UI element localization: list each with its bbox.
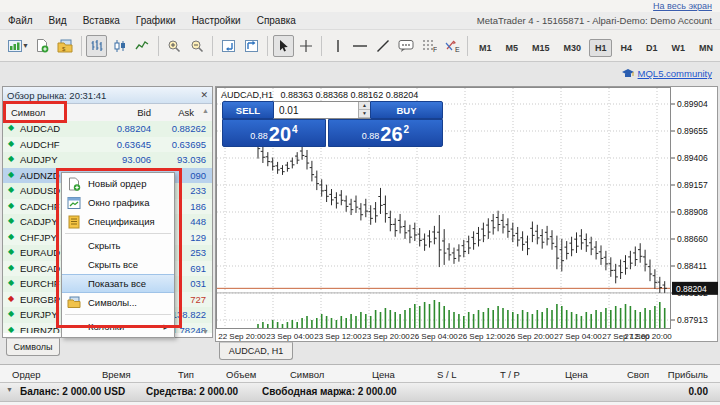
new-chart-icon[interactable]: ▼ [7,35,30,57]
timeframe-m15[interactable]: M15 [526,39,556,57]
up-diamond-icon: ◆ [8,248,14,256]
symbol-name: EURNZD [20,325,60,334]
crosshair-icon[interactable] [296,35,317,57]
symbol-name: EURAUD [20,247,60,258]
scroll-up-icon[interactable]: ▲ [202,107,209,114]
close-icon[interactable]: ✕ [200,91,208,100]
ask-value: 090 [190,170,206,181]
symbol-name: CADJPY [20,216,57,227]
zoom-out-icon[interactable] [187,35,208,57]
toolbar-separator [321,36,322,56]
timeframe-d1[interactable]: D1 [640,39,664,57]
shapes-icon[interactable]: E [441,35,462,57]
terminal-column-6: Цена [372,369,395,380]
profiles-icon[interactable]: $ [55,35,76,57]
market-watch-titlebar[interactable]: Обзор рынка: 20:31:41 ✕ [3,87,212,104]
menu-файл[interactable]: Файл [0,15,41,26]
ask-value: 129 [190,232,206,243]
context-item-новый-ордер[interactable]: Новый ордер [62,174,174,193]
column-header-bid[interactable]: Bid [137,107,151,118]
menu-вид[interactable]: Вид [41,15,75,26]
timeframe-h4[interactable]: H4 [614,39,638,57]
community-link-row: MQL5.community [622,68,712,79]
context-item-label: Спецификация [88,216,155,227]
cursor-icon[interactable] [273,35,294,57]
mql5-community-link[interactable]: MQL5.community [638,68,712,79]
chart-window[interactable]: 0.899040.896550.894060.891570.889080.886… [215,86,718,342]
timeframe-m1[interactable]: M1 [473,39,498,57]
menu-справка[interactable]: Справка [249,15,304,26]
sell-button[interactable]: SELL [222,101,274,119]
volume-input[interactable]: 0.01 [274,105,358,116]
symbol-row-audcad[interactable]: ◆AUDCAD0.882040.88262 [3,121,212,137]
up-diamond-icon: ◆ [8,217,14,225]
context-item-показать-все[interactable]: Показать все [62,274,174,293]
fullscreen-link[interactable]: На весь экран [653,1,712,11]
context-item-label: Окно графика [88,197,150,208]
context-item-символы-[interactable]: Символы... [62,293,174,312]
timeframe-group: M1M5M15M30H1H4D1W1MN [472,37,720,55]
tab-chart-audcad[interactable]: AUDCAD, H1 [219,342,293,360]
timeframe-w1[interactable]: W1 [666,39,692,57]
fibonacci-icon[interactable]: F [418,35,439,57]
market-watch-column-headers: Символ Bid Ask ▲ [3,104,212,122]
context-item-окно-графика[interactable]: Окно графика [62,193,174,212]
horizontal-line-icon[interactable] [350,35,371,57]
line-chart-icon[interactable] [132,35,153,57]
one-click-trading-widget: SELL 0.01 ▲ ▼ BUY 0.88 20 4 0.88 [222,101,443,147]
ask-value: 0.88262 [172,123,206,134]
ask-value: 1.78248 [172,325,206,334]
timeframe-h1[interactable]: H1 [589,39,613,57]
ask-value: 031 [190,278,206,289]
menu-настройки[interactable]: Настройки [184,15,249,26]
scroll-down-icon[interactable]: ▼ [202,328,209,335]
zoom-in-icon[interactable] [164,35,185,57]
trendline-icon[interactable] [373,35,394,57]
text-label-icon[interactable] [396,35,417,57]
buy-button[interactable]: BUY [370,101,443,119]
terminal-column-7: S / L [437,369,457,380]
new-order-icon[interactable] [32,35,53,57]
toolbar-separator [267,36,268,56]
up-diamond-icon: ◆ [8,124,14,132]
collapse-chevron-icon[interactable]: ▼ [6,386,13,393]
symbol-row-audchf[interactable]: ◆AUDCHF0.636450.63695 [3,137,212,153]
up-diamond-icon: ◆ [8,264,14,272]
menu-вставка[interactable]: Вставка [75,15,128,26]
symbol-name: AUDUSD [20,185,60,196]
symbol-row-audjpy[interactable]: ◆AUDJPY93.00693.036 [3,152,212,168]
terminal-column-headers: ОрдерВремяТипОбъемСимволЦенаS / LT / PЦе… [0,367,720,382]
svg-text:E: E [455,46,460,53]
bars-chart-icon[interactable] [86,35,107,57]
ask-value: 138.822 [172,309,206,320]
timeframe-m5[interactable]: M5 [499,39,524,57]
context-item-спецификация[interactable]: Спецификация [62,212,174,231]
new-order-icon [67,177,81,191]
menu-графики[interactable]: Графики [128,15,184,26]
column-header-symbol[interactable]: Символ [11,107,45,118]
terminal-panel: ОрдерВремяТипОбъемСимволЦенаS / LT / PЦе… [0,364,720,405]
terminal-column-10: Своп [627,369,649,380]
sell-price-panel[interactable]: 0.88 20 4 [222,119,326,147]
chart-shift-icon[interactable] [241,35,262,57]
vertical-line-icon[interactable] [327,35,348,57]
toolbar-separator [81,36,82,56]
terminal-column-4: Объем [226,369,256,380]
symbol-name: EURCHF [20,278,60,289]
symbols-icon [67,296,81,310]
buy-price-panel[interactable]: 0.88 26 2 [328,119,443,147]
spinner-up-icon[interactable]: ▲ [359,102,370,110]
context-item-скрыть-все[interactable]: Скрыть все [62,255,174,274]
autoscroll-icon[interactable] [218,35,239,57]
timeframe-m30[interactable]: M30 [557,39,587,57]
tab-symbols[interactable]: Символы [6,338,60,356]
context-item-label: Новый ордер [88,178,146,189]
context-item-скрыть[interactable]: Скрыть [62,236,174,255]
spinner-down-icon[interactable]: ▼ [359,110,370,118]
symbol-name: EURGBP [20,294,60,305]
terminal-column-1: Ордер [12,369,41,380]
column-header-ask[interactable]: Ask [178,107,194,118]
timeframe-mn[interactable]: MN [693,39,719,57]
context-item-колонки[interactable]: Колонки▶ [62,317,174,336]
candlestick-icon[interactable] [109,35,130,57]
